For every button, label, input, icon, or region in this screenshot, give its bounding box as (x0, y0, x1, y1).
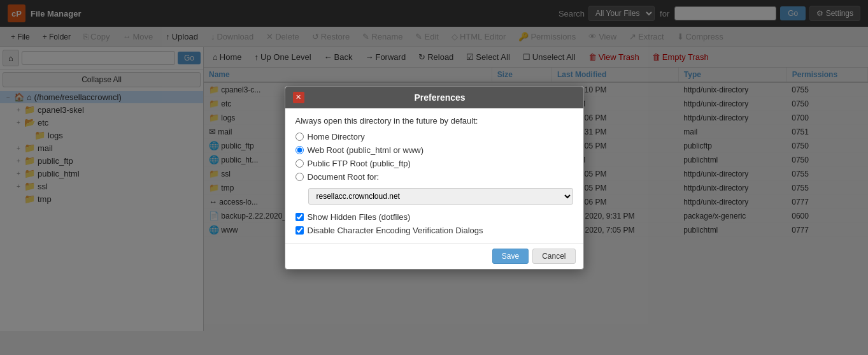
modal-overlay: ✕ Preferences Always open this directory… (0, 0, 868, 331)
checkbox-disable-char[interactable]: Disable Character Encoding Verification … (295, 226, 573, 235)
radio-web-root[interactable]: Web Root (public_html or www) (295, 145, 573, 155)
radio-document-root-label: Document Root for: (308, 172, 380, 182)
show-hidden-checkbox[interactable] (295, 213, 304, 221)
modal-instruction: Always open this directory in the future… (295, 116, 573, 126)
radio-home-dir-label: Home Directory (308, 132, 365, 141)
preferences-modal: ✕ Preferences Always open this directory… (285, 86, 584, 270)
save-button[interactable]: Save (492, 249, 529, 264)
disable-char-checkbox[interactable] (295, 226, 304, 235)
disable-char-label: Disable Character Encoding Verification … (308, 226, 483, 235)
radio-web-root-label: Web Root (public_html or www) (308, 145, 424, 155)
cancel-button[interactable]: Cancel (532, 249, 575, 264)
radio-public-ftp[interactable]: Public FTP Root (public_ftp) (295, 159, 573, 168)
checkbox-group: Show Hidden Files (dotfiles) Disable Cha… (295, 212, 573, 235)
directory-radio-group: Home Directory Web Root (public_html or … (295, 132, 573, 205)
modal-title: Preferences (304, 92, 576, 103)
modal-close-button[interactable]: ✕ (293, 92, 304, 103)
radio-public-ftp-label: Public FTP Root (public_ftp) (308, 159, 411, 168)
modal-header: ✕ Preferences (285, 87, 583, 108)
radio-public-ftp-input[interactable] (295, 159, 304, 168)
radio-web-root-input[interactable] (295, 146, 304, 154)
show-hidden-label: Show Hidden Files (dotfiles) (308, 212, 411, 222)
modal-footer: Save Cancel (285, 243, 583, 269)
radio-home-dir-input[interactable] (295, 133, 304, 141)
radio-document-root[interactable]: Document Root for: (295, 172, 573, 182)
modal-body: Always open this directory in the future… (285, 108, 583, 243)
radio-home-dir[interactable]: Home Directory (295, 132, 573, 141)
domain-select[interactable]: resellacc.crowncloud.net (308, 188, 573, 205)
radio-document-root-input[interactable] (295, 173, 304, 181)
checkbox-show-hidden[interactable]: Show Hidden Files (dotfiles) (295, 212, 573, 222)
